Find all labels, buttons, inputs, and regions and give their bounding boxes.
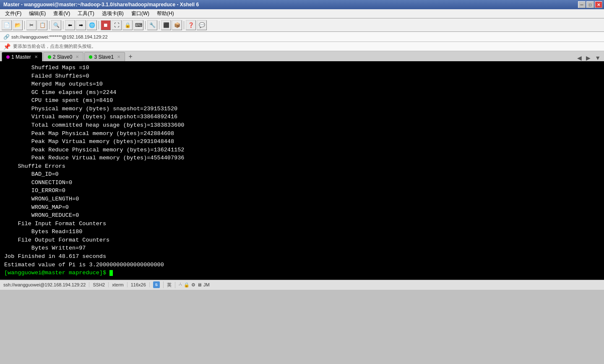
tab-label-2: 2 Slave0 (53, 54, 73, 60)
hint-bar: 📌 要添加当前会话，点击左侧的箭头按钮。 (0, 42, 604, 51)
hint-icon: 📌 (3, 43, 10, 50)
tab-arrows: ◀ ▶ ▼ (575, 55, 602, 61)
tab-label-1: 1 Master (11, 54, 31, 60)
toolbar-btn-6[interactable]: ➡ (76, 20, 86, 30)
terminal-cursor (109, 270, 113, 276)
maximize-button[interactable]: □ (586, 1, 594, 8)
status-right-icons: ·ⁱ· 🔒 ⚙ 🖥 JM (179, 282, 213, 288)
terminal-output[interactable]: Shuffled Maps =10 Failed Shuffles=0 Merg… (0, 61, 604, 280)
toolbar-sep-2 (49, 21, 49, 29)
status-jm-text: JM (203, 282, 210, 287)
status-connection-text: ssh://wangguowei@192.168.194.129:22 (3, 282, 86, 287)
toolbar-btn-2[interactable]: ✂ (26, 20, 36, 30)
tab-slave1[interactable]: 3 Slave1 ✕ (84, 52, 125, 61)
tab-slave0[interactable]: 2 Slave0 ✕ (43, 52, 84, 61)
toolbar-btn-4[interactable]: 🔍 (51, 20, 61, 30)
status-protocol-text: SSH2 (93, 282, 105, 287)
status-term: xterm (112, 282, 128, 287)
status-icon-lock: 🔒 (184, 282, 190, 288)
close-button[interactable]: ✕ (595, 1, 602, 8)
menu-help[interactable]: 帮助(H) (154, 9, 177, 18)
minimize-button[interactable]: ─ (578, 1, 586, 8)
menu-bar: 文件(F) 编辑(E) 查看(V) 工具(T) 选项卡(B) 窗口(W) 帮助(… (0, 9, 604, 18)
toolbar-btn-16[interactable]: 💬 (197, 20, 207, 30)
toolbar: 📄 📂 ✂ 📋 🔍 ⬅ ➡ 🌐 ⏹ ⛶ 🔒 ⌨ 🔧 ⬛ 📦 ❓ 💬 (0, 18, 604, 32)
status-ime: 英 (167, 282, 175, 288)
status-size-text: 116x26 (131, 282, 146, 287)
tab-add-button[interactable]: + (126, 52, 135, 61)
toolbar-btn-8[interactable]: ⏹ (101, 20, 111, 30)
toolbar-btn-11[interactable]: ⌨ (133, 20, 143, 30)
status-bar: ssh://wangguowei@192.168.194.129:22 SSH2… (0, 280, 604, 290)
s-badge: S (153, 281, 160, 288)
tab-master[interactable]: 1 Master ✕ (2, 52, 42, 61)
status-protocol: SSH2 (93, 282, 109, 287)
toolbar-sep-7 (184, 21, 184, 29)
title-bar: Master - wangguowei@master:~/hadoop-3.1.… (0, 0, 604, 9)
tab-dot-3 (89, 55, 92, 59)
toolbar-sep-6 (159, 21, 159, 29)
tabs-bar: 1 Master ✕ 2 Slave0 ✕ 3 Slave1 ✕ + ◀ ▶ ▼ (0, 51, 604, 61)
tab-close-2[interactable]: ✕ (76, 55, 79, 59)
title-bar-controls: ─ □ ✕ (578, 1, 602, 8)
menu-file[interactable]: 文件(F) (2, 9, 25, 18)
toolbar-btn-9[interactable]: ⛶ (112, 20, 122, 30)
tab-dot-1 (6, 55, 10, 59)
menu-tools[interactable]: 工具(T) (74, 9, 97, 18)
menu-tabs[interactable]: 选项卡(B) (99, 9, 127, 18)
address-icon: 🔗 (3, 34, 10, 40)
status-size: 116x26 (131, 282, 150, 287)
toolbar-btn-3[interactable]: 📋 (37, 20, 47, 30)
status-icon-gear: ⚙ (191, 282, 195, 288)
hint-text: 要添加当前会话，点击左侧的箭头按钮。 (13, 43, 96, 49)
status-s-icon: S (153, 281, 164, 288)
terminal-container[interactable]: Shuffled Maps =10 Failed Shuffles=0 Merg… (0, 61, 604, 280)
toolbar-btn-12[interactable]: 🔧 (147, 20, 157, 30)
toolbar-btn-5[interactable]: ⬅ (65, 20, 75, 30)
menu-edit[interactable]: 编辑(E) (26, 9, 49, 18)
toolbar-open-btn[interactable]: 📂 (13, 20, 23, 30)
status-term-text: xterm (112, 282, 124, 287)
toolbar-btn-7[interactable]: 🌐 (87, 20, 97, 30)
toolbar-btn-14[interactable]: 📦 (172, 20, 182, 30)
toolbar-btn-13[interactable]: ⬛ (161, 20, 171, 30)
tab-down-arrow[interactable]: ▼ (593, 55, 602, 61)
address-bar: 🔗 ssh://wangguowei:*******@192.168.194.1… (0, 32, 604, 42)
window-title: Master - wangguowei@master:~/hadoop-3.1.… (2, 2, 578, 8)
status-icon-network: ·ⁱ· (179, 282, 182, 288)
menu-window[interactable]: 窗口(W) (128, 9, 153, 18)
toolbar-sep-3 (63, 21, 63, 29)
toolbar-btn-10[interactable]: 🔒 (122, 20, 133, 30)
tab-label-3: 3 Slave1 (94, 54, 114, 60)
tab-left-arrow[interactable]: ◀ (575, 55, 583, 61)
address-text: ssh://wangguowei:*******@192.168.194.129… (11, 34, 108, 39)
tab-close-3[interactable]: ✕ (117, 55, 120, 59)
status-ime-text: 英 (167, 282, 172, 288)
toolbar-sep-5 (145, 21, 146, 29)
status-connection: ssh://wangguowei@192.168.194.129:22 (3, 282, 89, 287)
menu-view[interactable]: 查看(V) (50, 9, 73, 18)
toolbar-btn-15[interactable]: ❓ (186, 20, 196, 30)
tab-close-1[interactable]: ✕ (34, 55, 38, 59)
tab-right-arrow[interactable]: ▶ (584, 55, 592, 61)
toolbar-new-btn[interactable]: 📄 (2, 20, 12, 30)
toolbar-sep-1 (24, 21, 25, 29)
toolbar-sep-4 (99, 21, 99, 29)
status-icon-monitor: 🖥 (197, 282, 202, 287)
tab-dot-2 (48, 55, 51, 59)
